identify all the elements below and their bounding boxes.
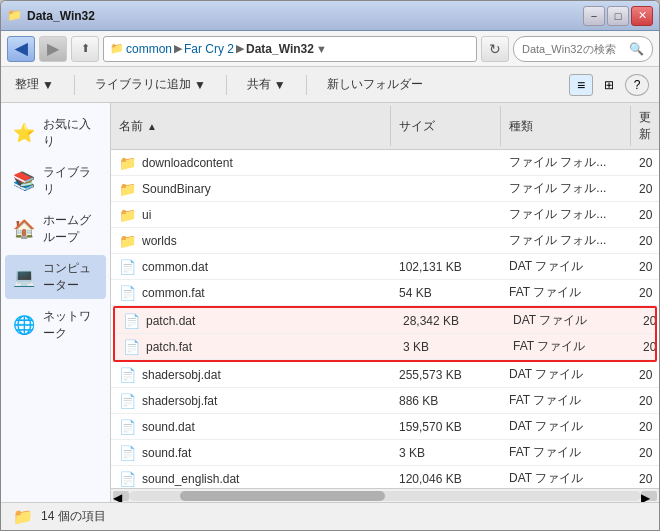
file-type-cell: FAT ファイル [501,388,631,413]
file-name-cell: 📁SoundBinary [111,176,391,201]
sidebar: ⭐ お気に入り 📚 ライブラリ 🏠 ホームグループ 💻 コンピューター 🌐 ネッ… [1,103,111,502]
file-name-cell: 📄common.fat [111,280,391,305]
table-row[interactable]: 📄sound.fat3 KBFAT ファイル20 [111,440,659,466]
table-row[interactable]: 📄shadersobj.dat255,573 KBDAT ファイル20 [111,362,659,388]
file-modified-cell: 20 [631,176,659,201]
window: 📁 Data_Win32 − □ ✕ ◀ ▶ ⬆ 📁 common ▶ Far … [0,0,660,531]
file-icon: 📄 [119,393,136,409]
search-bar[interactable]: 🔍 [513,36,653,62]
back-button[interactable]: ◀ [7,36,35,62]
file-name: worlds [142,234,177,248]
close-button[interactable]: ✕ [631,6,653,26]
table-row[interactable]: 📁worldsファイル フォル...20 [111,228,659,254]
add-to-library-label: ライブラリに追加 [95,76,191,93]
table-row[interactable]: 📄common.fat54 KBFAT ファイル20 [111,280,659,306]
table-row[interactable]: 📁SoundBinaryファイル フォル...20 [111,176,659,202]
table-row[interactable]: 📄patch.dat28,342 KBDAT ファイル20 [115,308,655,334]
file-name-cell: 📄sound.dat [111,414,391,439]
table-row[interactable]: 📄patch.fat3 KBFAT ファイル20 [115,334,655,360]
breadcrumb-data-win32[interactable]: Data_Win32 [246,42,314,56]
horizontal-scrollbar[interactable]: ◀ ▶ [111,488,659,502]
file-type-cell: DAT ファイル [501,254,631,279]
file-name: downloadcontent [142,156,233,170]
sidebar-item-homegroup[interactable]: 🏠 ホームグループ [5,207,106,251]
file-name: common.dat [142,260,208,274]
file-name-cell: 📄shadersobj.dat [111,362,391,387]
homegroup-icon: 🏠 [13,218,35,240]
status-count: 14 個の項目 [41,508,106,525]
file-modified-cell: 20 [631,202,659,227]
scrollbar-thumb[interactable] [180,491,385,501]
file-type-cell: ファイル フォル... [501,228,631,253]
file-icon: 📄 [123,339,140,355]
file-name: sound_english.dat [142,472,239,486]
folder-icon: 📁 [7,8,23,24]
search-icon: 🔍 [629,42,644,56]
file-size-cell: 3 KB [395,334,505,359]
status-folder-icon: 📁 [13,507,33,526]
view-icons-button[interactable]: ⊞ [597,74,621,96]
scroll-right-btn[interactable]: ▶ [641,491,657,501]
scroll-left-btn[interactable]: ◀ [113,491,129,501]
share-chevron: ▼ [274,78,286,92]
maximize-button[interactable]: □ [607,6,629,26]
file-icon: 📄 [119,367,136,383]
toolbar-separator-3 [306,75,307,95]
file-modified-cell: 20 [631,388,659,413]
header-size[interactable]: サイズ [391,106,501,146]
file-icon: 📄 [119,471,136,487]
file-type-cell: ファイル フォル... [501,150,631,175]
refresh-button[interactable]: ↻ [481,36,509,62]
add-to-library-chevron: ▼ [194,78,206,92]
search-input[interactable] [522,43,625,55]
organize-button[interactable]: 整理 ▼ [11,74,58,95]
share-label: 共有 [247,76,271,93]
organize-chevron: ▼ [42,78,54,92]
table-row[interactable]: 📄common.dat102,131 KBDAT ファイル20 [111,254,659,280]
file-modified-cell: 20 [635,308,655,333]
add-to-library-button[interactable]: ライブラリに追加 ▼ [91,74,210,95]
header-type[interactable]: 種類 [501,106,631,146]
file-name-cell: 📄sound_english.dat [111,466,391,488]
file-size-cell [391,228,501,253]
breadcrumb[interactable]: 📁 common ▶ Far Cry 2 ▶ Data_Win32 ▼ [103,36,477,62]
file-size-cell: 120,046 KB [391,466,501,488]
header-modified[interactable]: 更新 [631,106,659,146]
file-type-cell: FAT ファイル [505,334,635,359]
sidebar-item-computer[interactable]: 💻 コンピューター [5,255,106,299]
header-name[interactable]: 名前 ▲ [111,106,391,146]
file-icon: 📄 [119,285,136,301]
sidebar-item-library[interactable]: 📚 ライブラリ [5,159,106,203]
file-modified-cell: 20 [631,228,659,253]
file-type-cell: DAT ファイル [505,308,635,333]
file-modified-cell: 20 [631,280,659,305]
file-size-cell [391,202,501,227]
sidebar-item-favorites[interactable]: ⭐ お気に入り [5,111,106,155]
table-row[interactable]: 📁uiファイル フォル...20 [111,202,659,228]
view-details-button[interactable]: ≡ [569,74,593,96]
table-row[interactable]: 📄sound_english.dat120,046 KBDAT ファイル20 [111,466,659,488]
file-modified-cell: 20 [631,414,659,439]
table-row[interactable]: 📄shadersobj.fat886 KBFAT ファイル20 [111,388,659,414]
table-row[interactable]: 📄sound.dat159,570 KBDAT ファイル20 [111,414,659,440]
table-header: 名前 ▲ サイズ 種類 更新 [111,103,659,150]
file-rows-container: 📁downloadcontentファイル フォル...20📁SoundBinar… [111,150,659,488]
file-icon: 📄 [119,419,136,435]
minimize-button[interactable]: − [583,6,605,26]
file-name: SoundBinary [142,182,211,196]
scrollbar-track[interactable] [129,491,641,501]
sidebar-item-network[interactable]: 🌐 ネットワーク [5,303,106,347]
folder-icon: 📁 [119,207,136,223]
forward-button[interactable]: ▶ [39,36,67,62]
table-row[interactable]: 📁downloadcontentファイル フォル...20 [111,150,659,176]
folder-icon: 📁 [119,155,136,171]
breadcrumb-farcry2[interactable]: Far Cry 2 [184,42,234,56]
share-button[interactable]: 共有 ▼ [243,74,290,95]
file-modified-cell: 20 [631,254,659,279]
folder-icon: 📁 [119,181,136,197]
new-folder-button[interactable]: 新しいフォルダー [323,74,427,95]
breadcrumb-common[interactable]: common [126,42,172,56]
up-button[interactable]: ⬆ [71,36,99,62]
file-name: sound.fat [142,446,191,460]
help-button[interactable]: ? [625,74,649,96]
